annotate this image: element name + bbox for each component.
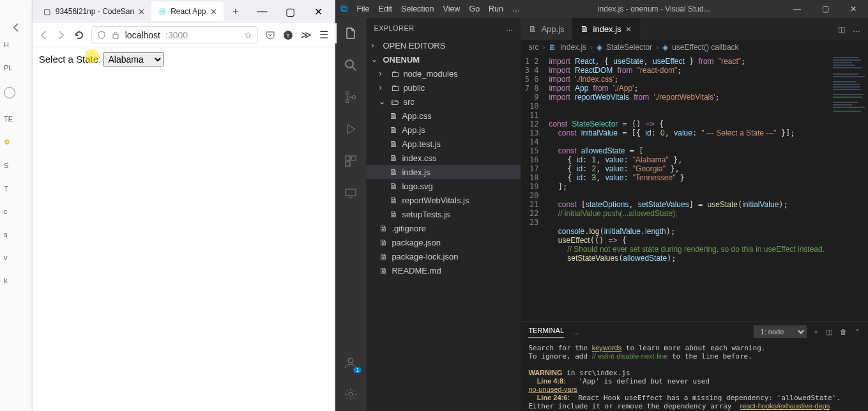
editor-tab-indexjs[interactable]: 🗎index.js✕ bbox=[573, 18, 640, 40]
more-icon[interactable]: … bbox=[573, 328, 580, 336]
symbol-icon: ◈ bbox=[597, 43, 602, 52]
source-control-icon[interactable] bbox=[342, 88, 360, 106]
state-label: Select a State: bbox=[39, 54, 102, 65]
menu-go[interactable]: Go bbox=[469, 4, 480, 13]
new-tab-button[interactable]: + bbox=[227, 3, 244, 20]
window-title: index.js - onenum - Visual Stud... bbox=[598, 4, 710, 13]
file-item[interactable]: 🗎App.css bbox=[366, 109, 521, 123]
file-item[interactable]: 🗎package-lock.json bbox=[366, 249, 521, 263]
url-port: :3000 bbox=[165, 30, 188, 40]
menu-file[interactable]: File bbox=[356, 4, 369, 13]
bg-item: H bbox=[0, 41, 32, 49]
svg-point-10 bbox=[353, 96, 356, 99]
file-item[interactable]: 🗎App.test.js bbox=[366, 137, 521, 151]
menu-more-icon[interactable]: … bbox=[512, 4, 521, 13]
file-icon: 🗎 bbox=[389, 111, 398, 120]
terminal-output[interactable]: Search for the keywords to learn more ab… bbox=[521, 341, 868, 411]
file-item[interactable]: 🗎reportWebVitals.js bbox=[366, 193, 521, 207]
svg-rect-4 bbox=[113, 35, 118, 38]
file-icon: 🗎 bbox=[549, 43, 556, 52]
minimize-button[interactable]: ― bbox=[788, 4, 807, 13]
bg-item: T bbox=[0, 185, 32, 192]
overflow-icon[interactable]: ≫ bbox=[300, 29, 312, 41]
bottom-panel: TERMINAL … 1: node + ◫ 🗑 ⌃ Search for th… bbox=[521, 322, 868, 411]
code-editor[interactable]: 1 2 3 4 5 6 7 8 9 10 11 12 13 14 15 16 1… bbox=[521, 54, 868, 322]
browser-tab-react-app[interactable]: React App ✕ bbox=[151, 2, 223, 21]
bg-item: s bbox=[0, 231, 32, 238]
split-terminal-icon[interactable]: ◫ bbox=[826, 328, 832, 336]
file-item[interactable]: 🗎.gitignore bbox=[366, 221, 521, 235]
maximize-button[interactable]: ▢ bbox=[277, 3, 303, 20]
search-icon[interactable] bbox=[342, 56, 360, 74]
folder-node-modules[interactable]: ›🗀node_modules bbox=[366, 66, 521, 81]
pocket-icon[interactable] bbox=[264, 29, 276, 41]
new-terminal-icon[interactable]: + bbox=[814, 328, 818, 336]
file-item-selected[interactable]: 🗎index.js bbox=[366, 165, 521, 179]
file-icon: 🗎 bbox=[581, 25, 590, 34]
close-button[interactable]: ✕ bbox=[844, 4, 863, 13]
minimap[interactable] bbox=[830, 54, 868, 322]
close-icon[interactable]: ✕ bbox=[138, 7, 145, 17]
folder-public[interactable]: ›🗀public bbox=[366, 81, 521, 95]
file-icon: 🗎 bbox=[379, 252, 388, 261]
breadcrumb[interactable]: src› 🗎index.js› ◈StateSelector› ◈useEffe… bbox=[521, 40, 868, 54]
bg-item: S bbox=[0, 162, 32, 169]
run-debug-icon[interactable] bbox=[342, 120, 360, 138]
code-content[interactable]: import React, { useState, useEffect } fr… bbox=[544, 54, 830, 322]
menu-edit[interactable]: Edit bbox=[379, 4, 393, 13]
close-icon[interactable]: ✕ bbox=[625, 25, 632, 34]
nav-back-icon[interactable] bbox=[38, 29, 49, 41]
file-item[interactable]: 🗎App.js bbox=[366, 123, 521, 137]
folder-src[interactable]: ⌄🗁src bbox=[366, 95, 521, 109]
file-item[interactable]: 🗎index.css bbox=[366, 151, 521, 165]
file-item[interactable]: 🗎setupTests.js bbox=[366, 207, 521, 221]
menu-selection[interactable]: Selection bbox=[401, 4, 434, 13]
url-host: localhost bbox=[125, 30, 160, 40]
globe-icon bbox=[4, 87, 15, 98]
browser-tab-codesandbox[interactable]: ▢ 93456l21np - CodeSan ✕ bbox=[36, 2, 151, 21]
nav-forward-icon[interactable] bbox=[56, 29, 67, 41]
close-button[interactable]: ✕ bbox=[305, 3, 331, 20]
editor-tab-appjs[interactable]: 🗎App.js bbox=[521, 18, 572, 40]
more-icon[interactable]: … bbox=[853, 25, 860, 34]
remote-icon[interactable] bbox=[342, 184, 360, 202]
file-icon: 🗎 bbox=[528, 25, 537, 34]
explorer-header: EXPLORER … bbox=[366, 18, 521, 38]
terminal-select[interactable]: 1: node bbox=[754, 325, 807, 338]
file-item[interactable]: 🗎README.md bbox=[366, 263, 521, 277]
accounts-icon[interactable]: 1 bbox=[342, 353, 360, 371]
bg-item: v bbox=[0, 254, 32, 261]
bg-item: c bbox=[0, 208, 32, 215]
terminal-tab[interactable]: TERMINAL bbox=[528, 327, 564, 337]
reload-icon[interactable] bbox=[73, 29, 85, 41]
account-icon[interactable]: T bbox=[282, 29, 294, 41]
explorer-icon[interactable] bbox=[342, 24, 360, 42]
activity-bar: 1 bbox=[335, 18, 366, 411]
bookmark-icon[interactable]: ☆ bbox=[244, 30, 252, 40]
menu-run[interactable]: Run bbox=[489, 4, 503, 13]
file-item[interactable]: 🗎package.json bbox=[366, 235, 521, 249]
maximize-panel-icon[interactable]: ⌃ bbox=[855, 328, 860, 336]
open-editors-section[interactable]: ›OPEN EDITORS bbox=[366, 38, 521, 52]
file-icon: 🗎 bbox=[389, 196, 398, 205]
menu-icon[interactable]: ☰ bbox=[318, 29, 330, 41]
project-root[interactable]: ⌄ONENUM bbox=[366, 52, 521, 66]
svg-point-16 bbox=[349, 392, 353, 396]
close-icon[interactable]: ✕ bbox=[210, 7, 217, 17]
settings-icon[interactable] bbox=[342, 385, 360, 403]
svg-point-9 bbox=[346, 100, 349, 103]
extensions-icon[interactable] bbox=[342, 152, 360, 170]
menu-view[interactable]: View bbox=[443, 4, 461, 13]
minimize-button[interactable]: ― bbox=[249, 3, 275, 20]
bg-item bbox=[0, 87, 32, 100]
split-editor-icon[interactable]: ◫ bbox=[838, 25, 845, 34]
svg-point-7 bbox=[346, 60, 353, 68]
explorer-sidebar: EXPLORER … ›OPEN EDITORS ⌄ONENUM ›🗀node_… bbox=[366, 18, 521, 411]
file-item[interactable]: 🗎logo.svg bbox=[366, 179, 521, 193]
more-icon[interactable]: … bbox=[506, 24, 513, 32]
maximize-button[interactable]: ▢ bbox=[816, 4, 835, 13]
kill-terminal-icon[interactable]: 🗑 bbox=[840, 328, 847, 336]
state-select[interactable]: Alabama Georgia Tennessee bbox=[103, 52, 164, 66]
bg-item: PL bbox=[0, 64, 32, 72]
url-input[interactable]: localhost:3000 ☆ bbox=[91, 26, 259, 44]
